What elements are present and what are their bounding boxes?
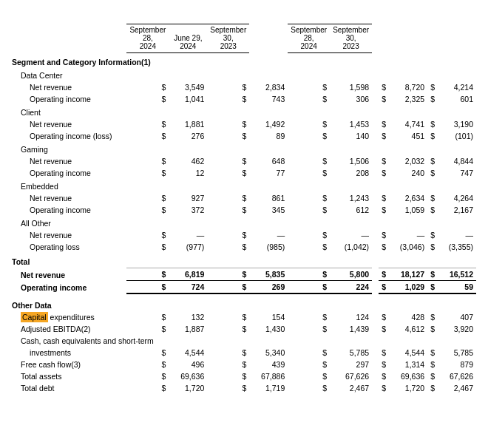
dollar-sign: $ [379, 155, 389, 167]
col-header-4: September28,2024 [288, 24, 330, 53]
dollar-sign: $ [379, 167, 389, 179]
cell-value: 132 [169, 311, 207, 323]
cell-value: 67,626 [438, 370, 476, 382]
dollar-sign: $ [379, 281, 389, 294]
row-label: Cash, cash equivalents and short-term [12, 335, 476, 347]
cell-value: 372 [169, 204, 207, 216]
cell-value: 4,214 [438, 81, 476, 93]
dollar-sign: $ [126, 382, 169, 394]
dollar-sign: $ [379, 268, 389, 281]
dollar-sign: $ [126, 155, 169, 167]
dollar-sign: $ [126, 370, 169, 382]
cell-value: (977) [169, 241, 207, 253]
cell-value: 297 [330, 359, 372, 370]
cell-value: 12 [169, 167, 207, 179]
col-header-2: June 29,2024 [169, 24, 207, 53]
cell-value: 306 [330, 93, 372, 105]
cell-value: 879 [438, 359, 476, 370]
category-header: Data Center [12, 68, 476, 81]
cell-value: 6,819 [169, 268, 207, 281]
dollar-sign: $ [207, 81, 249, 93]
dollar-sign: $ [288, 204, 330, 216]
category-header: Embedded [12, 179, 476, 192]
category-header: Gaming [12, 142, 476, 155]
cell-value: 1,453 [330, 118, 372, 130]
dollar-sign: $ [427, 359, 438, 370]
dollar-sign: $ [427, 130, 438, 142]
dollar-sign: $ [379, 192, 389, 204]
cell-value: 67,626 [330, 370, 372, 382]
dollar-sign: $ [126, 118, 169, 130]
dollar-sign: $ [288, 192, 330, 204]
dollar-sign: $ [288, 370, 330, 382]
col-header-1: September28,2024 [126, 24, 169, 53]
cell-value: 1,506 [330, 155, 372, 167]
row-label: Net revenue [12, 81, 126, 93]
dollar-sign: $ [207, 382, 249, 394]
cell-value: 240 [389, 167, 427, 179]
row-label: Total debt [12, 382, 126, 394]
cell-value: 612 [330, 204, 372, 216]
cell-value: — [169, 229, 207, 241]
dollar-sign: $ [207, 155, 249, 167]
category-header: All Other [12, 216, 476, 229]
dollar-sign: $ [288, 311, 330, 323]
dollar-sign: $ [379, 311, 389, 323]
dollar-sign: $ [379, 323, 389, 335]
dollar-sign: $ [427, 155, 438, 167]
cell-value: — [438, 229, 476, 241]
total-header: Total [12, 253, 476, 268]
dollar-sign: $ [207, 359, 249, 370]
cell-value: 743 [249, 93, 288, 105]
cell-value: 2,834 [249, 81, 288, 93]
cell-value: 1,430 [249, 323, 288, 335]
dollar-sign: $ [288, 268, 330, 281]
cell-value: 1,720 [169, 382, 207, 394]
cell-value: 59 [438, 281, 476, 294]
cell-value: — [389, 229, 427, 241]
dollar-sign: $ [207, 347, 249, 359]
dollar-sign: $ [288, 382, 330, 394]
dollar-sign: $ [427, 323, 438, 335]
cell-value: (985) [249, 241, 288, 253]
cell-value: (3,046) [389, 241, 427, 253]
dollar-sign: $ [427, 229, 438, 241]
cell-value: 601 [438, 93, 476, 105]
dollar-sign: $ [379, 347, 389, 359]
capital-highlight: Capital [21, 312, 48, 322]
col-header-5: September30,2023 [330, 24, 372, 53]
dollar-sign: $ [207, 130, 249, 142]
cell-value: 2,634 [389, 192, 427, 204]
dollar-sign: $ [379, 382, 389, 394]
cell-value: 1,243 [330, 192, 372, 204]
cell-value: 1,881 [169, 118, 207, 130]
cell-value: 861 [249, 192, 288, 204]
cell-value: 224 [330, 281, 372, 294]
row-label: Net revenue [12, 192, 126, 204]
cell-value: 77 [249, 167, 288, 179]
dollar-sign: $ [427, 93, 438, 105]
row-label: Operating income (loss) [12, 130, 126, 142]
cell-value: 4,544 [389, 347, 427, 359]
cell-value: 2,467 [438, 382, 476, 394]
cell-value: 1,598 [330, 81, 372, 93]
dollar-sign: $ [427, 268, 438, 281]
dollar-sign: $ [379, 359, 389, 370]
cell-value: 496 [169, 359, 207, 370]
dollar-sign: $ [126, 359, 169, 370]
cell-value: (101) [438, 130, 476, 142]
cell-value: 4,612 [389, 323, 427, 335]
col-header-3: September30,2023 [207, 24, 249, 53]
cell-value: 269 [249, 281, 288, 294]
dollar-sign: $ [126, 93, 169, 105]
cell-value: 2,467 [330, 382, 372, 394]
row-label: Adjusted EBITDA(2) [12, 323, 126, 335]
cell-value: 747 [438, 167, 476, 179]
dollar-sign: $ [288, 281, 330, 294]
dollar-sign: $ [427, 347, 438, 359]
dollar-sign: $ [379, 204, 389, 216]
dollar-sign: $ [288, 323, 330, 335]
dollar-sign: $ [207, 192, 249, 204]
dollar-sign: $ [207, 118, 249, 130]
cell-value: 5,340 [249, 347, 288, 359]
